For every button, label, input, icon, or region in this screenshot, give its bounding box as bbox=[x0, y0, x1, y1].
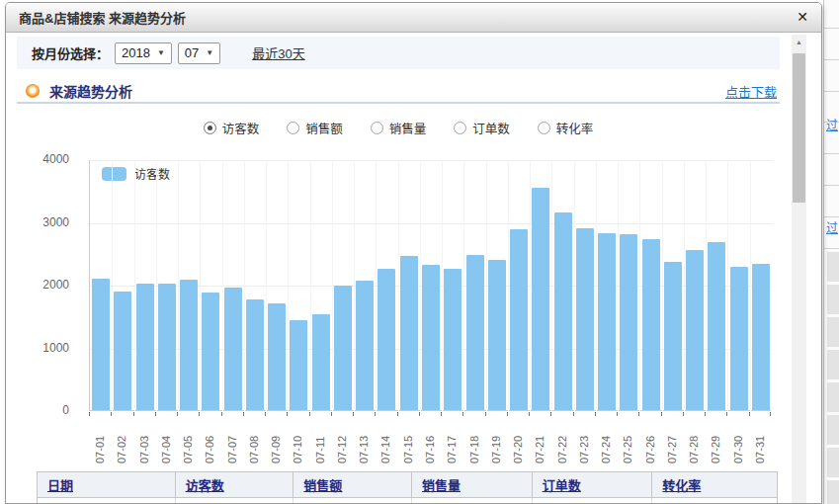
x-axis-tick bbox=[419, 412, 420, 416]
gridline bbox=[574, 160, 575, 411]
x-axis-label-text: 07-28 bbox=[688, 418, 700, 463]
x-axis-tick bbox=[265, 412, 266, 416]
month-filter-row: 按月份选择： 2018 ▼ 07 ▼ 最近30天 bbox=[17, 37, 780, 69]
bar-07-20 bbox=[510, 229, 528, 410]
x-axis-label-text: 07-22 bbox=[556, 418, 568, 463]
table-header-link[interactable]: 访客数 bbox=[186, 475, 224, 494]
x-axis-label: 07-20 bbox=[507, 418, 529, 463]
radio-button-icon[interactable] bbox=[204, 122, 216, 134]
table-header-link[interactable]: 销售额 bbox=[303, 475, 342, 494]
metric-radio-4[interactable]: 订单数 bbox=[454, 119, 510, 137]
radio-button-icon[interactable] bbox=[371, 122, 383, 134]
gridline bbox=[442, 160, 443, 411]
x-axis-label-text: 07-15 bbox=[402, 418, 414, 463]
x-axis-tick bbox=[331, 412, 332, 416]
x-axis-label: 07-12 bbox=[331, 418, 353, 463]
trend-bar-chart: 01000200030004000 访客数 07-0107-0207-0307-… bbox=[17, 153, 780, 465]
x-axis-tick bbox=[375, 412, 376, 416]
radio-button-icon[interactable] bbox=[538, 122, 550, 134]
x-axis-tick bbox=[683, 412, 684, 416]
x-axis-tick bbox=[507, 412, 508, 416]
table-header-link[interactable]: 日期 bbox=[47, 475, 73, 494]
x-axis-label-text: 07-29 bbox=[710, 418, 721, 463]
x-axis-label: 07-30 bbox=[726, 418, 748, 463]
gridline bbox=[332, 160, 333, 411]
screen: 过过 商品&店铺搜索 来源趋势分析 ✕ 按月份选择： 2018 ▼ 07 ▼ 最… bbox=[0, 0, 839, 504]
background-table-line bbox=[824, 216, 839, 217]
gridline bbox=[508, 160, 509, 411]
x-axis-label-text: 07-10 bbox=[292, 418, 303, 463]
recent-30-days-link[interactable]: 最近30天 bbox=[252, 43, 304, 62]
metric-radio-label: 销售量 bbox=[389, 119, 427, 137]
gridline bbox=[244, 160, 245, 411]
gridline bbox=[530, 160, 531, 411]
x-axis-label-text: 07-12 bbox=[336, 418, 348, 463]
table-header-link[interactable]: 转化率 bbox=[662, 475, 701, 494]
metric-radio-1[interactable]: 访客数 bbox=[204, 119, 260, 137]
bar-07-22 bbox=[554, 212, 572, 410]
metric-radio-2[interactable]: 销售额 bbox=[287, 119, 343, 137]
x-axis-label-text: 07-06 bbox=[204, 418, 215, 463]
gridline bbox=[420, 160, 421, 411]
x-axis-tick bbox=[529, 412, 530, 416]
table-cell bbox=[533, 498, 653, 503]
gridline bbox=[112, 160, 113, 411]
bar-07-21 bbox=[532, 188, 549, 410]
year-select[interactable]: 2018 ▼ bbox=[115, 42, 172, 64]
x-axis-label-text: 07-17 bbox=[446, 418, 458, 463]
background-page-strip: 过过 bbox=[823, 0, 839, 504]
gridline bbox=[596, 160, 597, 411]
background-partial-link[interactable]: 过 bbox=[826, 116, 838, 132]
bar-07-14 bbox=[378, 269, 395, 410]
x-axis-tick bbox=[638, 412, 639, 416]
x-axis-label: 07-01 bbox=[89, 418, 111, 463]
x-axis-label-text: 07-09 bbox=[270, 418, 282, 463]
gridline bbox=[618, 160, 619, 411]
x-axis-tick bbox=[595, 412, 596, 416]
x-axis-label-text: 07-04 bbox=[160, 418, 172, 463]
x-axis-label-text: 07-14 bbox=[379, 418, 391, 463]
x-axis-label: 07-08 bbox=[243, 418, 265, 463]
x-axis-tick bbox=[705, 412, 706, 416]
x-axis-tick bbox=[155, 412, 156, 416]
gridline bbox=[684, 160, 685, 411]
scroll-up-arrow-icon[interactable]: ▲ bbox=[792, 35, 806, 49]
x-axis-tick bbox=[726, 412, 727, 416]
background-partial-link[interactable]: 过 bbox=[826, 218, 838, 235]
download-link[interactable]: 点击下载 bbox=[725, 82, 777, 101]
table-cell bbox=[652, 498, 777, 503]
bar-07-02 bbox=[114, 292, 131, 410]
background-table-line bbox=[824, 28, 839, 29]
bullet-ring-icon bbox=[26, 84, 40, 98]
background-table-line bbox=[824, 91, 839, 92]
gridline bbox=[200, 160, 201, 411]
gridline bbox=[222, 160, 223, 411]
scrollbar-thumb[interactable] bbox=[793, 53, 805, 203]
table-cell bbox=[294, 498, 412, 503]
radio-button-icon[interactable] bbox=[287, 122, 299, 134]
bar-07-27 bbox=[664, 262, 682, 410]
x-axis-label: 07-29 bbox=[705, 418, 726, 463]
table-cell bbox=[38, 498, 176, 503]
x-axis-label: 07-10 bbox=[287, 418, 308, 463]
background-table-cell bbox=[827, 415, 839, 445]
background-table-cell bbox=[827, 285, 839, 314]
table-header-link[interactable]: 订单数 bbox=[543, 475, 581, 494]
radio-button-icon[interactable] bbox=[454, 122, 466, 134]
metric-radio-3[interactable]: 销售量 bbox=[371, 119, 427, 137]
dialog-body: 按月份选择： 2018 ▼ 07 ▼ 最近30天 来源趋势分析 点击下载 访客数… bbox=[6, 33, 821, 503]
bar-07-13 bbox=[356, 281, 374, 410]
x-axis-label: 07-25 bbox=[617, 418, 638, 463]
gridline bbox=[551, 160, 552, 411]
x-axis-tick bbox=[550, 412, 551, 416]
gridline bbox=[288, 160, 289, 411]
bar-07-18 bbox=[466, 255, 484, 410]
table-header-link[interactable]: 销售量 bbox=[422, 475, 461, 494]
month-select[interactable]: 07 ▼ bbox=[178, 42, 220, 64]
x-axis-tick bbox=[397, 412, 398, 416]
vertical-scrollbar[interactable]: ▲ bbox=[792, 35, 806, 503]
close-icon[interactable]: ✕ bbox=[797, 9, 808, 25]
year-select-value: 2018 bbox=[122, 45, 150, 60]
gridline bbox=[376, 160, 377, 411]
metric-radio-5[interactable]: 转化率 bbox=[538, 119, 594, 137]
